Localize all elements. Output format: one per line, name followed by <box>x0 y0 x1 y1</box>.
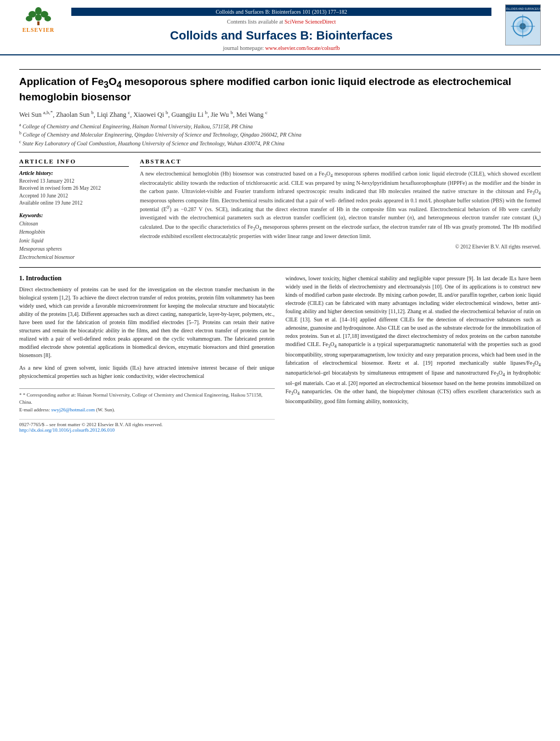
footnote-email: E-mail address: swyj26@hotmail.com (W. S… <box>19 406 275 414</box>
intro-para-1: Direct electrochemistry of proteins can … <box>19 285 275 359</box>
article-info-col: ARTICLE INFO Article history: Received 1… <box>19 158 129 262</box>
email-link[interactable]: swyj26@hotmail.com <box>51 407 95 412</box>
top-divider <box>19 69 541 70</box>
footer-doi: http://dx.doi.org/10.1016/j.colsurfb.201… <box>19 427 275 433</box>
homepage-link[interactable]: www.elsevier.com/locate/colsurfb <box>265 45 340 51</box>
footnote-section: * * Corresponding author at: Hainan Norm… <box>19 388 275 414</box>
header-left: ELSEVIER <box>16 4 60 39</box>
cover-svg: COLLOIDS AND SURFACES B <box>506 4 540 46</box>
article-title: Application of Fe3O4 mesoporous sphere m… <box>19 75 541 104</box>
copyright-line: © 2012 Elsevier B.V. All rights reserved… <box>140 244 541 250</box>
journal-cover-image: COLLOIDS AND SURFACES B <box>505 4 541 46</box>
keyword-2: Hemoglobin <box>19 228 129 236</box>
journal-homepage: journal homepage: www.elsevier.com/locat… <box>223 45 340 51</box>
elsevier-tree-icon <box>24 7 54 26</box>
article-info-header: ARTICLE INFO <box>19 158 129 167</box>
header-center: Colloids and Surfaces B: Biointerfaces 1… <box>60 4 502 54</box>
affiliation-c: c State Key Laboratory of Coal Combustio… <box>19 139 541 146</box>
header-right: COLLOIDS AND SURFACES B <box>502 4 544 50</box>
abstract-col: ABSTRACT A new electrochemical hemoglobi… <box>140 158 541 262</box>
body-left: 1. Introduction Direct electrochemistry … <box>19 274 275 433</box>
sciverse-link[interactable]: SciVerse ScienceDirect <box>285 19 336 25</box>
doi-link[interactable]: http://dx.doi.org/10.1016/j.colsurfb.201… <box>19 427 115 433</box>
body-section: 1. Introduction Direct electrochemistry … <box>19 274 541 433</box>
body-right: windows, lower toxicity, higher chemical… <box>286 274 541 433</box>
journal-header: ELSEVIER Colloids and Surfaces B: Bioint… <box>0 0 560 55</box>
affiliation-a: a College of Chemistry and Chemical Engi… <box>19 122 541 129</box>
keyword-1: Chitosan <box>19 220 129 228</box>
info-abstract-section: ARTICLE INFO Article history: Received 1… <box>19 158 541 262</box>
intro-heading: 1. Introduction <box>19 274 275 282</box>
svg-point-5 <box>35 14 42 21</box>
keywords-section: Keywords: Chitosan Hemoglobin Ionic liqu… <box>19 212 129 262</box>
affiliation-b: b College of Chemistry and Molecular Eng… <box>19 131 541 138</box>
mid-divider <box>19 152 541 152</box>
page-wrapper: ELSEVIER Colloids and Surfaces B: Bioint… <box>0 0 560 741</box>
svg-text:COLLOIDS AND SURFACES B: COLLOIDS AND SURFACES B <box>506 8 540 10</box>
history-label: Article history: <box>19 170 129 176</box>
online-date: Available online 19 June 2012 <box>19 200 129 207</box>
footnote-star: * * Corresponding author at: Hainan Norm… <box>19 392 275 405</box>
keyword-4: Mesoporous spheres <box>19 245 129 253</box>
svg-point-3 <box>26 16 32 21</box>
contents-bar: Contents lists available at SciVerse Sci… <box>227 19 336 25</box>
footer-issn: 0927-7765/$ – see front matter © 2012 El… <box>19 422 275 427</box>
svg-point-4 <box>44 16 51 21</box>
svg-rect-6 <box>37 21 39 25</box>
elsevier-logo: ELSEVIER <box>16 4 60 35</box>
abstract-text: A new electrochemical hemoglobin (Hb) bi… <box>140 170 541 241</box>
journal-top-bar: Colloids and Surfaces B: Biointerfaces 1… <box>71 8 491 16</box>
abstract-header: ABSTRACT <box>140 158 541 167</box>
footer-bar: 0927-7765/$ – see front matter © 2012 El… <box>19 419 275 433</box>
elsevier-wordmark: ELSEVIER <box>22 27 55 33</box>
keywords-label: Keywords: <box>19 212 129 218</box>
intro-para-2: As a new kind of green solvent, ionic li… <box>19 364 275 380</box>
article-body: Application of Fe3O4 mesoporous sphere m… <box>0 55 560 444</box>
revised-date: Received in revised form 26 May 2012 <box>19 185 129 192</box>
journal-title: Colloids and Surfaces B: Biointerfaces <box>170 29 393 43</box>
accepted-date: Accepted 10 June 2012 <box>19 193 129 200</box>
keyword-3: Ionic liquid <box>19 237 129 245</box>
keyword-5: Electrochemical biosensor <box>19 253 129 262</box>
right-para-1: windows, lower toxicity, higher chemical… <box>286 274 541 405</box>
received-date: Received 13 January 2012 <box>19 178 129 185</box>
body-divider <box>19 267 541 268</box>
authors-line: Wei Sun a,b,*, Zhaolan Sun b, Liqi Zhang… <box>19 110 541 119</box>
